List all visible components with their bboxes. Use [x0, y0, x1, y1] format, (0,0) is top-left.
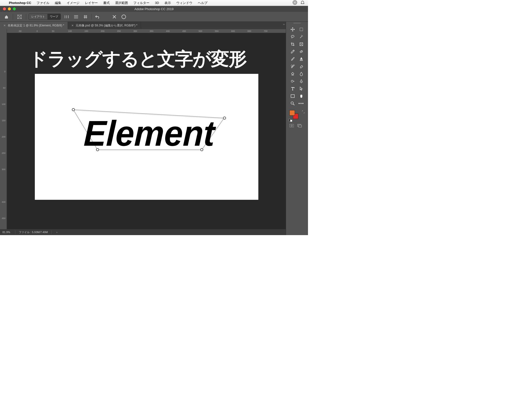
workspace: 0 50 100 150 200 250 300 400 450 -50 0 5…: [0, 29, 286, 229]
warp-toggle-button[interactable]: ワープ: [47, 14, 61, 20]
document-tab-1[interactable]: ✕ 名称未設定 1 @ 81.9% (Element, RGB/8) *: [0, 22, 68, 29]
eyedropper-tool[interactable]: [288, 48, 297, 55]
ruler-tick: 350: [150, 30, 153, 32]
file-size[interactable]: ファイル : 5.93M/7.49M: [15, 230, 51, 234]
close-tab-icon[interactable]: ✕: [3, 24, 6, 27]
svg-rect-11: [300, 50, 303, 53]
panel-grip-icon[interactable]: [293, 23, 301, 23]
healing-brush-tool[interactable]: [297, 48, 306, 55]
ruler-tick: 450: [182, 30, 186, 32]
swap-colors-icon[interactable]: [302, 110, 305, 114]
blur-tool[interactable]: [297, 70, 306, 78]
magic-wand-tool[interactable]: [297, 33, 306, 41]
screen-mode-icon[interactable]: [297, 124, 302, 128]
undo-button[interactable]: [94, 13, 101, 20]
svg-point-6: [122, 15, 126, 19]
warp-text-object[interactable]: Element: [72, 109, 228, 153]
menu-view[interactable]: 表示: [164, 1, 171, 5]
menu-window[interactable]: ウィンドウ: [176, 1, 192, 5]
ruler-tick: 650: [247, 30, 251, 32]
commit-button[interactable]: [120, 13, 127, 20]
warp-handle-tl[interactable]: [72, 108, 75, 111]
ruler-tick: 0: [37, 30, 38, 32]
grid-icon[interactable]: [82, 13, 89, 20]
minimize-window-button[interactable]: [8, 7, 11, 10]
notification-icon[interactable]: [301, 0, 305, 5]
crop-tool[interactable]: [288, 41, 297, 48]
ruler-tick: -50: [18, 30, 21, 32]
default-colors-icon[interactable]: [288, 119, 292, 122]
svg-rect-16: [290, 124, 294, 127]
split-horizontal-icon[interactable]: [73, 13, 80, 20]
zoom-level[interactable]: 81.9%: [2, 231, 10, 234]
more-tools[interactable]: •••: [297, 100, 306, 107]
color-swatches[interactable]: [286, 109, 308, 122]
pen-tool[interactable]: [297, 78, 306, 85]
zoom-window-button[interactable]: [13, 7, 16, 10]
frame-tool[interactable]: [297, 41, 306, 48]
menu-edit[interactable]: 編集: [55, 1, 61, 5]
cancel-button[interactable]: [111, 13, 118, 20]
ruler-tick: 550: [215, 30, 219, 32]
marquee-tool[interactable]: [297, 26, 306, 33]
ruler-tick: 700: [264, 30, 267, 32]
tab-label: 名称未設定 1 @ 81.9% (Element, RGB/8) *: [8, 23, 64, 28]
move-tool[interactable]: [288, 26, 297, 33]
menu-filter[interactable]: フィルター: [133, 1, 149, 5]
cc-icon[interactable]: [293, 0, 297, 5]
zoom-tool[interactable]: [288, 100, 297, 107]
vertical-ruler[interactable]: 0 50 100 150 200 250 300 400 450: [0, 29, 7, 229]
canvas-area: -50 0 50 100 150 200 250 300 350 400 450…: [7, 29, 286, 229]
svg-point-0: [293, 0, 297, 4]
status-chevron-icon[interactable]: ›: [57, 231, 58, 234]
warp-handle-bl[interactable]: [96, 148, 99, 151]
separator: [13, 14, 13, 20]
tab-overflow-icon[interactable]: ››: [283, 23, 285, 26]
menu-type[interactable]: 書式: [103, 1, 110, 5]
menu-help[interactable]: ヘルプ: [198, 1, 207, 5]
ruler-tick: 100: [68, 30, 72, 32]
svg-point-9: [291, 35, 294, 37]
type-tool[interactable]: [288, 85, 297, 92]
menu-3d[interactable]: 3D: [155, 1, 159, 5]
menu-layer[interactable]: レイヤー: [85, 1, 98, 5]
home-button[interactable]: [2, 13, 10, 20]
layout-toggle-button[interactable]: レイアウト: [29, 14, 47, 20]
layout-warp-toggle: レイアウト ワープ: [29, 14, 61, 20]
close-window-button[interactable]: [3, 7, 6, 10]
svg-rect-19: [299, 125, 302, 127]
menu-file[interactable]: ファイル: [37, 1, 49, 5]
foreground-swatch[interactable]: [289, 110, 295, 116]
history-brush-tool[interactable]: [288, 63, 297, 70]
ruler-tick: 100: [1, 103, 5, 105]
window-title: Adobe Photoshop CC 2019: [134, 7, 173, 11]
split-vertical-icon[interactable]: [63, 13, 70, 20]
close-tab-icon[interactable]: ✕: [71, 24, 74, 27]
lasso-tool[interactable]: [288, 33, 297, 41]
menu-select[interactable]: 選択範囲: [115, 1, 128, 5]
separator: [26, 14, 26, 20]
menu-image[interactable]: イメージ: [67, 1, 80, 5]
document-tab-2[interactable]: ✕ 元画像.psd @ 59.3% (編集から選択, RGB/8*) *: [68, 22, 141, 29]
quick-mask-icon[interactable]: [289, 124, 294, 128]
hand-tool[interactable]: [297, 92, 306, 100]
warp-handle-br[interactable]: [200, 148, 203, 151]
dodge-tool[interactable]: [288, 78, 297, 85]
app-name[interactable]: Photoshop CC: [9, 1, 31, 5]
warp-handle-tr[interactable]: [223, 117, 226, 120]
eraser-tool[interactable]: [297, 63, 306, 70]
stamp-tool[interactable]: [297, 55, 306, 63]
brush-tool[interactable]: [288, 55, 297, 63]
ruler-tick: 200: [1, 136, 5, 138]
mac-menubar: Photoshop CC ファイル 編集 イメージ レイヤー 書式 選択範囲 フ…: [0, 0, 308, 6]
path-selection-tool[interactable]: [297, 85, 306, 92]
rectangle-tool[interactable]: [288, 92, 297, 100]
gradient-tool[interactable]: [288, 70, 297, 78]
svg-point-15: [291, 102, 293, 104]
ruler-tick: 400: [1, 201, 5, 203]
tools-panel: •••: [286, 22, 308, 235]
ruler-tick: 300: [133, 30, 137, 32]
horizontal-ruler[interactable]: -50 0 50 100 150 200 250 300 350 400 450…: [7, 29, 286, 33]
svg-point-13: [301, 81, 302, 82]
puppet-warp-icon[interactable]: [16, 13, 23, 20]
